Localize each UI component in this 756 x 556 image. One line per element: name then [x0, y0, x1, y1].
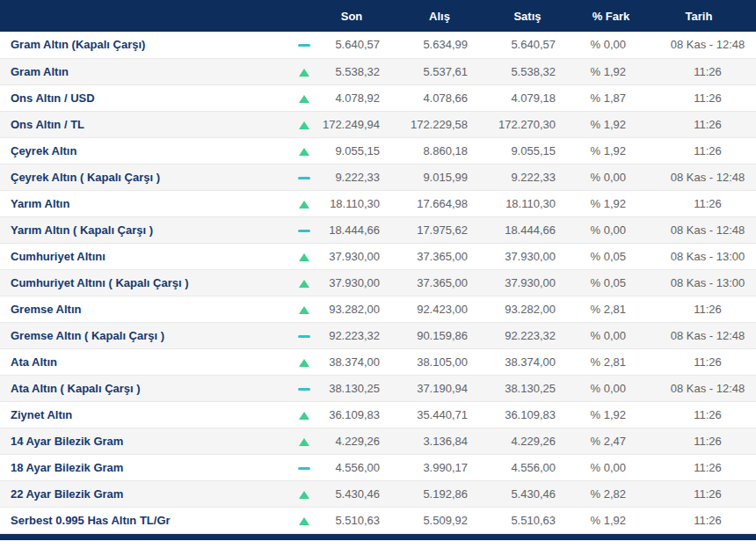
- trend-cell: [292, 454, 316, 480]
- last-price: 172.249,94: [316, 111, 404, 137]
- last-price: 37.930,00: [316, 269, 404, 296]
- buy-price: 172.229,58: [404, 111, 492, 137]
- instrument-name[interactable]: Yarım Altın ( Kapalı Çarşı ): [0, 216, 292, 243]
- update-time: 11:26: [659, 190, 756, 216]
- sell-price: 38.130,25: [492, 375, 580, 401]
- instrument-name[interactable]: Cumhuriyet Altını: [0, 243, 292, 269]
- instrument-name[interactable]: Gremse Altın: [0, 296, 292, 322]
- trend-up-icon: [299, 306, 309, 314]
- trend-cell: [292, 32, 316, 58]
- table-row: 14 Ayar Bilezik Gram4.229,263.136,844.22…: [0, 428, 756, 454]
- trend-cell: [292, 164, 316, 190]
- sell-price: 4.229,26: [492, 428, 580, 454]
- header-tarih: Tarih: [659, 0, 756, 32]
- sell-price: 38.374,00: [492, 348, 580, 375]
- last-price: 5.538,32: [316, 58, 404, 84]
- update-time: 08 Kas - 12:48: [659, 216, 756, 243]
- instrument-name[interactable]: Çeyrek Altın ( Kapalı Çarşı ): [0, 164, 292, 190]
- buy-price: 35.440,71: [404, 401, 492, 428]
- table-row: Ata Altın38.374,0038.105,0038.374,00% 2,…: [0, 348, 756, 375]
- instrument-name[interactable]: 18 Ayar Bilezik Gram: [0, 454, 292, 480]
- instrument-name[interactable]: Gram Altın: [0, 58, 292, 84]
- table-row: Yarım Altın ( Kapalı Çarşı )18.444,6617.…: [0, 216, 756, 243]
- trend-cell: [292, 348, 316, 375]
- last-price: 36.109,83: [316, 401, 404, 428]
- instrument-name[interactable]: Ons Altın / TL: [0, 111, 292, 137]
- trend-up-icon: [299, 69, 309, 77]
- update-time: 11:26: [659, 111, 756, 137]
- change-percent: % 2,81: [580, 348, 659, 375]
- change-percent: % 0,00: [580, 164, 659, 190]
- trend-cell: [292, 296, 316, 322]
- trend-flat-icon: [298, 388, 310, 391]
- trend-up-icon: [299, 201, 309, 208]
- instrument-name[interactable]: 22 Ayar Bilezik Gram: [0, 480, 292, 507]
- header-trend: [292, 0, 316, 32]
- last-price: 92.223,32: [316, 322, 404, 348]
- trend-flat-icon: [298, 44, 310, 47]
- trend-cell: [292, 84, 316, 111]
- change-percent: % 1,92: [580, 507, 659, 533]
- change-percent: % 0,00: [580, 322, 659, 348]
- instrument-name[interactable]: Gram Altın (Kapalı Çarşı): [0, 32, 292, 58]
- trend-cell: [292, 322, 316, 348]
- change-percent: % 1,92: [580, 111, 659, 137]
- trend-flat-icon: [298, 335, 310, 338]
- table-row: Yarım Altın18.110,3017.664,9818.110,30% …: [0, 190, 756, 216]
- buy-price: 3.990,17: [404, 454, 492, 480]
- table-row: Serbest 0.995 Has Altın TL/Gr5.510,635.5…: [0, 507, 756, 533]
- instrument-name[interactable]: Çeyrek Altın: [0, 137, 292, 164]
- sell-price: 92.223,32: [492, 322, 580, 348]
- instrument-name[interactable]: Ons Altın / USD: [0, 84, 292, 111]
- sell-price: 18.444,66: [492, 216, 580, 243]
- bottom-bar: [0, 534, 756, 540]
- last-price: 18.110,30: [316, 190, 404, 216]
- buy-price: 17.664,98: [404, 190, 492, 216]
- trend-flat-icon: [298, 177, 310, 179]
- trend-cell: [292, 269, 316, 296]
- instrument-name[interactable]: Ata Altın: [0, 348, 292, 375]
- update-time: 08 Kas - 12:48: [659, 32, 756, 58]
- sell-price: 37.930,00: [492, 243, 580, 269]
- trend-cell: [292, 216, 316, 243]
- buy-price: 38.105,00: [404, 348, 492, 375]
- instrument-name[interactable]: 14 Ayar Bilezik Gram: [0, 428, 292, 454]
- trend-cell: [292, 243, 316, 269]
- trend-cell: [292, 480, 316, 507]
- last-price: 4.556,00: [316, 454, 404, 480]
- last-price: 93.282,00: [316, 296, 404, 322]
- trend-cell: [292, 401, 316, 428]
- trend-up-icon: [299, 359, 309, 367]
- header-satis: Satış: [492, 0, 580, 32]
- trend-flat-icon: [298, 230, 310, 232]
- change-percent: % 0,00: [580, 216, 659, 243]
- last-price: 9.055,15: [316, 137, 404, 164]
- instrument-name[interactable]: Ziynet Altın: [0, 401, 292, 428]
- buy-price: 37.190,94: [404, 375, 492, 401]
- trend-up-icon: [299, 148, 309, 156]
- buy-price: 3.136,84: [404, 428, 492, 454]
- sell-price: 172.270,30: [492, 111, 580, 137]
- change-percent: % 2,82: [580, 480, 659, 507]
- sell-price: 5.510,63: [492, 507, 580, 533]
- trend-up-icon: [299, 253, 309, 261]
- sell-price: 5.430,46: [492, 480, 580, 507]
- update-time: 08 Kas - 12:48: [659, 375, 756, 401]
- instrument-name[interactable]: Ata Altın ( Kapalı Çarşı ): [0, 375, 292, 401]
- trend-up-icon: [299, 517, 309, 525]
- buy-price: 5.192,86: [404, 480, 492, 507]
- change-percent: % 0,00: [580, 454, 659, 480]
- update-time: 08 Kas - 13:00: [659, 243, 756, 269]
- instrument-name[interactable]: Gremse Altın ( Kapalı Çarşı ): [0, 322, 292, 348]
- instrument-name[interactable]: Yarım Altın: [0, 190, 292, 216]
- last-price: 5.510,63: [316, 507, 404, 533]
- header-fark: % Fark: [580, 0, 659, 32]
- table-row: Ata Altın ( Kapalı Çarşı )38.130,2537.19…: [0, 375, 756, 401]
- instrument-name[interactable]: Serbest 0.995 Has Altın TL/Gr: [0, 507, 292, 533]
- update-time: 11:26: [659, 480, 756, 507]
- update-time: 08 Kas - 12:48: [659, 322, 756, 348]
- instrument-name[interactable]: Cumhuriyet Altını ( Kapalı Çarşı ): [0, 269, 292, 296]
- update-time: 11:26: [659, 428, 756, 454]
- change-percent: % 0,05: [580, 269, 659, 296]
- change-percent: % 0,05: [580, 243, 659, 269]
